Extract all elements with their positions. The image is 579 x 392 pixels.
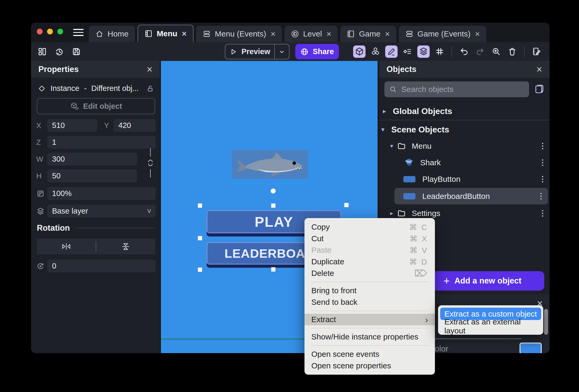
search-box[interactable] bbox=[384, 81, 529, 97]
tab-close-icon[interactable]: × bbox=[385, 30, 390, 38]
toolbar: Preview Share bbox=[31, 42, 550, 61]
menu-item-paste[interactable]: Paste ⌘ V bbox=[304, 244, 435, 256]
scene-objects-row[interactable]: ▾ Scene Objects bbox=[379, 122, 550, 137]
link-width-height-toggle[interactable] bbox=[146, 148, 155, 179]
selection-handle[interactable] bbox=[271, 267, 276, 272]
add-folder-icon[interactable] bbox=[534, 84, 545, 95]
selection-handle[interactable] bbox=[198, 236, 202, 240]
layers-panel-toggle[interactable] bbox=[417, 45, 430, 58]
properties-panel-toggle[interactable] bbox=[385, 45, 398, 58]
z-label: Z bbox=[36, 138, 47, 147]
kebab-menu-icon[interactable] bbox=[539, 192, 543, 200]
save-icon[interactable] bbox=[72, 47, 81, 56]
selection-handle[interactable] bbox=[198, 203, 202, 208]
close-icon[interactable]: × bbox=[147, 64, 153, 75]
kebab-menu-icon[interactable] bbox=[541, 175, 544, 183]
rotation-field[interactable] bbox=[47, 260, 156, 272]
instance-properties-toggle[interactable] bbox=[401, 45, 414, 58]
kebab-menu-icon[interactable] bbox=[541, 209, 544, 218]
z-field[interactable] bbox=[47, 136, 156, 149]
hamburger-menu-icon[interactable] bbox=[73, 29, 84, 36]
color-swatch[interactable] bbox=[520, 343, 542, 353]
flip-vertical-button[interactable] bbox=[96, 243, 155, 250]
flip-horizontal-button[interactable] bbox=[37, 243, 96, 250]
menu-item-copy[interactable]: Copy ⌘ C bbox=[304, 221, 435, 233]
unlock-icon[interactable] bbox=[146, 85, 154, 92]
menu-item-open-scene-properties[interactable]: Open scene properties bbox=[304, 360, 435, 372]
chevron-right-icon[interactable]: ▸ bbox=[390, 210, 397, 217]
zoom-in-button[interactable] bbox=[490, 45, 502, 58]
tab-game[interactable]: Game × bbox=[340, 26, 396, 42]
preview-button[interactable]: Preview bbox=[225, 44, 290, 59]
tab-level[interactable]: Level × bbox=[285, 26, 338, 42]
chevron-down-icon[interactable]: ▾ bbox=[381, 126, 387, 133]
search-input[interactable] bbox=[401, 85, 524, 94]
share-button[interactable]: Share bbox=[295, 44, 339, 59]
menu-item-send-to-back[interactable]: Send to back bbox=[304, 296, 435, 308]
history-icon[interactable] bbox=[54, 47, 64, 56]
shark-sprite[interactable] bbox=[232, 150, 308, 179]
object-row-shark[interactable]: Shark bbox=[379, 154, 550, 171]
edit-object-button[interactable]: 2D Edit object bbox=[37, 98, 155, 114]
layer-select[interactable]: Base layer ˅ bbox=[47, 205, 156, 218]
preview-main[interactable]: Preview bbox=[225, 44, 274, 59]
tab-menu-events[interactable]: Menu (Events) × bbox=[196, 26, 282, 42]
object-row-leaderboardbutton[interactable]: LeaderboardButton bbox=[394, 188, 548, 204]
selection-handle[interactable] bbox=[198, 267, 202, 272]
menu-item-bring-to-front[interactable]: Bring to front bbox=[304, 285, 435, 296]
chevron-right-icon[interactable]: ▸ bbox=[383, 107, 389, 115]
undo-icon bbox=[459, 47, 469, 56]
redo-button[interactable] bbox=[474, 45, 486, 58]
height-row: H bbox=[36, 169, 156, 182]
kebab-menu-icon[interactable] bbox=[541, 142, 544, 150]
section-divider bbox=[76, 228, 155, 228]
scene-icon bbox=[347, 30, 355, 38]
scrollbar-thumb[interactable] bbox=[544, 309, 548, 335]
tab-close-icon[interactable]: × bbox=[327, 30, 332, 38]
menu-item-open-scene-events[interactable]: Open scene events bbox=[304, 348, 435, 360]
kebab-menu-icon[interactable] bbox=[541, 158, 544, 167]
edit-scene-button[interactable] bbox=[530, 45, 543, 58]
menu-item-cut[interactable]: Cut ⌘ X bbox=[304, 233, 435, 244]
maximize-window-button[interactable] bbox=[57, 29, 63, 34]
delete-button[interactable] bbox=[506, 45, 518, 58]
menu-item-extract[interactable]: Extract › bbox=[304, 314, 435, 325]
preview-dropdown-button[interactable] bbox=[275, 44, 289, 59]
tab-home[interactable]: Home bbox=[89, 26, 135, 42]
instances-list-toggle[interactable] bbox=[369, 45, 382, 58]
y-field[interactable] bbox=[114, 119, 156, 132]
objects-panel-toggle[interactable] bbox=[353, 45, 365, 58]
trash-icon bbox=[507, 47, 517, 56]
selection-handle[interactable] bbox=[271, 203, 276, 208]
h-field[interactable] bbox=[47, 169, 137, 182]
undo-button[interactable] bbox=[458, 45, 470, 58]
opacity-field[interactable] bbox=[47, 187, 156, 200]
menu-item-show-hide-instance-properties[interactable]: Show/Hide instance properties bbox=[304, 331, 435, 343]
shark-thumbnail bbox=[403, 157, 414, 168]
tab-menu[interactable]: Menu × bbox=[138, 25, 194, 42]
home-icon bbox=[95, 30, 104, 38]
x-field[interactable] bbox=[47, 119, 97, 132]
menu-item-label: Paste bbox=[311, 246, 332, 255]
chevron-down-icon[interactable]: ▾ bbox=[390, 143, 397, 149]
tab-close-icon[interactable]: × bbox=[182, 29, 187, 38]
close-icon[interactable]: × bbox=[536, 64, 542, 75]
tab-close-icon[interactable]: × bbox=[271, 30, 276, 38]
add-new-object-button[interactable]: + Add a new object bbox=[421, 271, 544, 291]
grid-toggle[interactable] bbox=[433, 45, 446, 58]
rotation-handle[interactable] bbox=[271, 188, 276, 194]
folder-row-menu[interactable]: ▾ Menu bbox=[379, 138, 550, 154]
submenu-item-extract-external-layout[interactable]: Extract as an external layout bbox=[440, 320, 541, 332]
global-objects-row[interactable]: ▸ Global Objects bbox=[379, 104, 550, 118]
tab-close-icon[interactable]: × bbox=[475, 30, 480, 38]
tab-game-events[interactable]: Game (Events) × bbox=[399, 26, 486, 42]
menu-item-duplicate[interactable]: Duplicate ⌘ D bbox=[304, 256, 435, 267]
w-field[interactable] bbox=[47, 153, 137, 166]
close-window-button[interactable] bbox=[37, 29, 43, 34]
minimize-window-button[interactable] bbox=[47, 29, 53, 34]
menu-item-delete[interactable]: Delete ⌦ bbox=[304, 267, 435, 279]
object-row-playbutton[interactable]: PlayButton bbox=[379, 171, 550, 187]
selection-handle[interactable] bbox=[344, 203, 349, 207]
toolbar-left-group bbox=[37, 42, 81, 61]
project-manager-icon[interactable] bbox=[37, 47, 47, 56]
